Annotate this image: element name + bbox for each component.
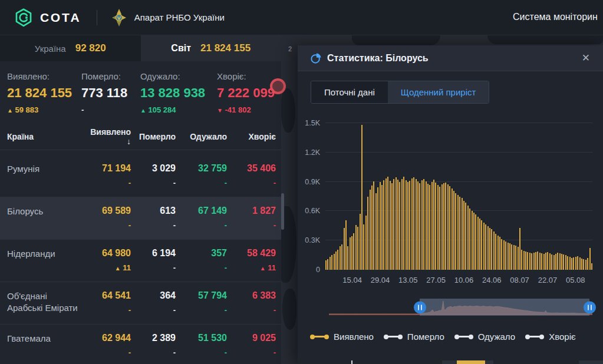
bar bbox=[351, 236, 352, 270]
bar bbox=[571, 258, 572, 270]
bar bbox=[589, 248, 591, 270]
time-range-slider[interactable] bbox=[329, 299, 592, 316]
x-axis-label: 29.04 bbox=[371, 276, 390, 284]
countries-table-body: Румунія71 194-3 029-32 759-35 406-Білору… bbox=[0, 155, 281, 364]
cell-value: 6 194 bbox=[131, 248, 176, 259]
bar bbox=[380, 182, 381, 270]
bar bbox=[519, 228, 520, 270]
table-row[interactable]: Білорусь69 589-613-67 149-1 827- bbox=[0, 197, 281, 240]
x-axis-label: 10.06 bbox=[454, 276, 474, 284]
slider-handle-left[interactable] bbox=[414, 302, 426, 314]
table-cell: 62 944- bbox=[88, 333, 131, 364]
bar bbox=[363, 224, 364, 270]
table-row[interactable]: Нідерланди64 980▲ 116 194-357-58 429▲ 11 bbox=[0, 240, 281, 282]
cell-value: 58 429 bbox=[227, 248, 276, 259]
column-header-deaths[interactable]: Померло bbox=[131, 132, 176, 141]
slider-handle-right[interactable] bbox=[584, 302, 596, 314]
cell-delta: ▲ 11 bbox=[227, 263, 276, 272]
bar bbox=[455, 193, 456, 270]
table-row[interactable]: Об'єднані Арабські Емірати64 541-364-57 … bbox=[0, 282, 281, 325]
table-cell: 51 530- bbox=[176, 333, 227, 364]
cell-value: 357 bbox=[176, 248, 227, 259]
bar bbox=[535, 252, 536, 270]
cell-delta: - bbox=[131, 348, 176, 357]
cell-value: 35 406 bbox=[227, 163, 276, 174]
bar bbox=[591, 263, 592, 270]
app-root: 2 СОТА Апарат РНБО України Система моніт bbox=[0, 0, 603, 364]
strip-segment-yellow bbox=[457, 360, 485, 364]
table-row[interactable]: Румунія71 194-3 029-32 759-35 406- bbox=[0, 155, 281, 197]
bar bbox=[523, 251, 525, 270]
cell-delta: - bbox=[88, 348, 131, 357]
bar bbox=[518, 247, 519, 270]
bar bbox=[429, 185, 430, 270]
table-cell: 364- bbox=[131, 290, 176, 324]
sota-brand[interactable]: СОТА bbox=[14, 8, 81, 27]
bar bbox=[505, 241, 506, 270]
bar bbox=[383, 180, 384, 270]
daily-increase-chart: 00.3K0.6K0.9K1.2K1.5K 15.0429.0413.0527.… bbox=[312, 123, 592, 270]
legend-item[interactable]: Померло bbox=[385, 332, 444, 342]
cell-delta: - bbox=[131, 263, 176, 272]
slider-selected-range[interactable] bbox=[420, 299, 589, 316]
table-cell: 6 383- bbox=[227, 290, 276, 324]
bar bbox=[334, 254, 335, 270]
cell-value: 1 827 bbox=[227, 206, 276, 216]
bar bbox=[423, 179, 424, 270]
bar bbox=[427, 184, 429, 270]
legend-marker-icon bbox=[456, 336, 472, 337]
bar bbox=[403, 177, 404, 270]
scope-tabs: Україна 92 820 Світ 21 824 155 bbox=[0, 35, 281, 61]
cell-value: 67 149 bbox=[176, 206, 227, 216]
tab-ukraine[interactable]: Україна 92 820 bbox=[0, 35, 141, 61]
table-row[interactable]: Гватемала62 944-2 389-51 530-9 025- bbox=[0, 325, 281, 364]
bar bbox=[493, 231, 495, 270]
bar bbox=[539, 253, 541, 270]
map-landmass bbox=[352, 35, 440, 45]
bar bbox=[483, 223, 485, 270]
column-header-sick[interactable]: Хворіє bbox=[227, 132, 276, 141]
bar bbox=[407, 182, 408, 270]
bar bbox=[443, 183, 444, 270]
bar bbox=[515, 246, 516, 270]
cell-delta: - bbox=[176, 178, 227, 187]
tab-current-data[interactable]: Поточні дані bbox=[311, 81, 388, 103]
bar bbox=[547, 252, 548, 270]
bar bbox=[367, 197, 368, 270]
world-summary-stats: Виявлено:21 824 155▲ 59 883Померло:773 1… bbox=[0, 61, 281, 123]
pie-chart-icon bbox=[311, 53, 321, 64]
bar bbox=[579, 257, 581, 270]
bar bbox=[406, 180, 407, 270]
bar bbox=[387, 177, 388, 270]
cell-value: 71 194 bbox=[88, 163, 131, 174]
legend-label: Померло bbox=[407, 332, 444, 342]
strip-segment bbox=[579, 360, 603, 364]
bar bbox=[561, 254, 562, 270]
bar bbox=[533, 253, 535, 270]
column-header-country[interactable]: Країна bbox=[7, 132, 88, 141]
statistics-modal: Статистика: Білорусь ✕ Поточні даніЩоден… bbox=[298, 45, 603, 364]
column-header-confirmed[interactable]: Виявлено ↓ bbox=[88, 127, 131, 146]
close-button[interactable]: ✕ bbox=[582, 53, 590, 63]
cell-delta: - bbox=[227, 178, 276, 187]
bar bbox=[373, 181, 374, 270]
map-case-bubble[interactable] bbox=[270, 78, 286, 94]
legend-item[interactable]: Хворіє bbox=[527, 332, 575, 342]
bar bbox=[325, 260, 327, 270]
bar bbox=[411, 178, 413, 270]
country-name: Румунія bbox=[7, 163, 88, 197]
scrollbar-thumb[interactable] bbox=[281, 193, 284, 230]
column-header-recovered[interactable]: Одужало bbox=[176, 132, 227, 141]
y-axis-label: 1.2K bbox=[305, 148, 320, 157]
bar bbox=[413, 177, 414, 270]
legend-item[interactable]: Виявлено bbox=[312, 332, 374, 342]
tab-daily-increase[interactable]: Щоденний приріст bbox=[388, 81, 489, 103]
bar bbox=[477, 217, 479, 270]
sota-logo-icon bbox=[14, 8, 33, 27]
bar bbox=[426, 181, 427, 270]
tab-world[interactable]: Світ 21 824 155 bbox=[141, 35, 282, 61]
legend-item[interactable]: Одужало bbox=[456, 332, 515, 342]
y-axis-label: 0.3K bbox=[305, 236, 320, 244]
cell-delta: - bbox=[176, 348, 227, 357]
bar bbox=[563, 254, 564, 270]
